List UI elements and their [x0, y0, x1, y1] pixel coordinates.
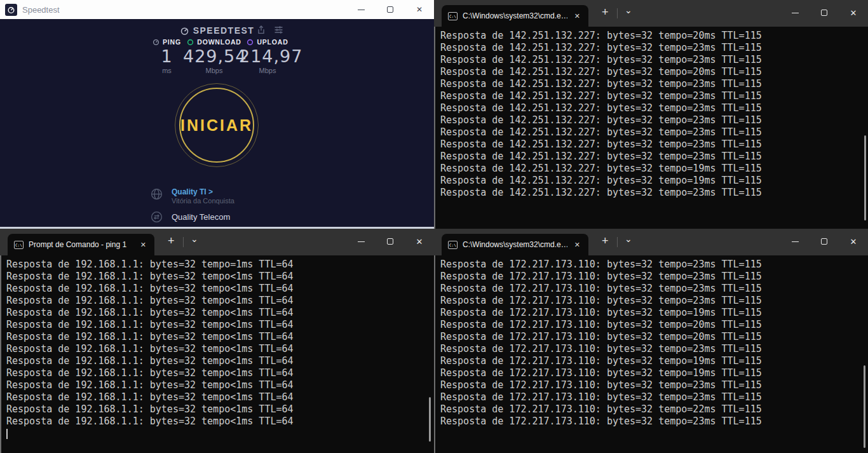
terminal-line: Resposta de 192.168.1.1: bytes=32 tempo<…	[6, 331, 434, 343]
window-controls: ✕	[780, 0, 868, 25]
upload-label: UPLOAD	[257, 38, 288, 46]
cmd-icon: C:\	[14, 241, 24, 249]
terminal-line: Resposta de 142.251.132.227: bytes=32 te…	[440, 42, 868, 54]
speedtest-logo-text: SPEEDTEST	[193, 25, 255, 36]
share-results-icon[interactable]	[256, 25, 266, 35]
terminal-line: Resposta de 142.251.132.227: bytes=32 te…	[440, 30, 868, 42]
terminal-line: Resposta de 142.251.132.227: bytes=32 te…	[440, 163, 868, 175]
start-test-label: INICIAR	[180, 116, 253, 135]
tab-title: Prompt de Comando - ping 1	[29, 240, 133, 249]
terminal-line: Resposta de 142.251.132.227: bytes=32 te…	[440, 66, 868, 78]
globe-icon	[150, 187, 163, 201]
speedtest-gauge-icon	[180, 26, 189, 36]
terminal-line: Resposta de 142.251.132.227: bytes=32 te…	[440, 151, 868, 163]
terminal-output[interactable]: Resposta de 142.251.132.227: bytes=32 te…	[434, 27, 868, 229]
upload-value: 214,97	[239, 48, 296, 65]
scrollbar-thumb[interactable]	[429, 397, 431, 442]
tab-close-icon[interactable]: ✕	[139, 240, 148, 250]
tab-title: C:\Windows\system32\cmd.e…	[463, 240, 567, 249]
minimize-button[interactable]	[780, 0, 810, 25]
terminal-line: Resposta de 192.168.1.1: bytes=32 tempo=…	[6, 259, 434, 271]
download-unit: Mbps	[183, 67, 245, 74]
terminal-line: Resposta de 172.217.173.110: bytes=32 te…	[440, 295, 868, 307]
speedtest-logo: SPEEDTEST	[0, 25, 434, 36]
terminal-line: Resposta de 192.168.1.1: bytes=32 tempo<…	[6, 403, 434, 416]
scrollbar-thumb[interactable]	[864, 365, 865, 448]
minimize-button[interactable]	[780, 229, 810, 254]
close-button[interactable]: ✕	[839, 0, 868, 25]
tab-cmd[interactable]: C:\ C:\Windows\system32\cmd.e… ✕	[442, 234, 588, 255]
close-button[interactable]: ✕	[405, 0, 434, 19]
scrollbar-thumb[interactable]	[864, 135, 866, 220]
terminal-line: Resposta de 142.251.132.227: bytes=32 te…	[440, 187, 868, 199]
terminal-line: Resposta de 172.217.173.110: bytes=32 te…	[440, 367, 868, 379]
terminal-window-bottom-left: C:\ Prompt de Comando - ping 1 ✕ + ⌄ ✕ R…	[0, 229, 434, 453]
minimize-button[interactable]	[346, 0, 376, 19]
close-button[interactable]: ✕	[839, 229, 868, 254]
divider	[617, 8, 618, 18]
terminal-line: Resposta de 142.251.132.227: bytes=32 te…	[440, 126, 868, 139]
upload-ring-icon	[247, 39, 254, 46]
terminal-line: Resposta de 192.168.1.1: bytes=32 tempo<…	[6, 355, 434, 367]
terminal-window-bottom-right: C:\ C:\Windows\system32\cmd.e… ✕ + ⌄ ✕ R…	[434, 229, 868, 453]
tab-cmd[interactable]: C:\ Prompt de Comando - ping 1 ✕	[8, 234, 154, 255]
tab-bar: C:\ C:\Windows\system32\cmd.e… ✕ + ⌄ ✕	[434, 229, 868, 255]
tab-dropdown-icon[interactable]: ⌄	[622, 234, 635, 244]
download-metric: DOWNLOAD 429,54 Mbps	[183, 38, 245, 74]
terminal-line: Resposta de 172.217.173.110: bytes=32 te…	[440, 331, 868, 343]
terminal-line: Resposta de 172.217.173.110: bytes=32 te…	[440, 271, 868, 283]
desktop: Speedtest ✕ SPEEDTEST	[0, 0, 868, 453]
tab-dropdown-icon[interactable]: ⌄	[622, 5, 635, 15]
speedtest-titlebar: Speedtest ✕	[0, 0, 434, 19]
terminal-line: Resposta de 142.251.132.227: bytes=32 te…	[440, 102, 868, 114]
terminal-line: Resposta de 192.168.1.1: bytes=32 tempo<…	[6, 283, 434, 295]
maximize-button[interactable]	[376, 0, 405, 19]
terminal-output[interactable]: Resposta de 192.168.1.1: bytes=32 tempo=…	[0, 255, 434, 453]
tab-dropdown-icon[interactable]: ⌄	[188, 234, 201, 244]
upload-metric: UPLOAD 214,97 Mbps	[239, 38, 296, 74]
terminal-line: Resposta de 172.217.173.110: bytes=32 te…	[440, 403, 868, 416]
terminal-line: Resposta de 192.168.1.1: bytes=32 tempo<…	[6, 319, 434, 331]
upload-unit: Mbps	[239, 67, 296, 74]
server-name[interactable]: Quality Telecom	[172, 212, 230, 222]
new-tab-button[interactable]: +	[165, 234, 177, 248]
maximize-button[interactable]	[376, 229, 405, 254]
tab-bar: C:\ Prompt de Comando - ping 1 ✕ + ⌄ ✕	[0, 229, 434, 255]
maximize-button[interactable]	[810, 229, 839, 254]
start-test-button[interactable]: INICIAR	[175, 83, 259, 167]
terminal-line: Resposta de 192.168.1.1: bytes=32 tempo<…	[6, 295, 434, 307]
tab-close-icon[interactable]: ✕	[573, 240, 582, 250]
divider	[183, 237, 184, 247]
download-ring-icon	[187, 39, 194, 46]
speedtest-app-icon	[5, 4, 17, 16]
download-label: DOWNLOAD	[197, 38, 241, 46]
terminal-output[interactable]: Resposta de 172.217.173.110: bytes=32 te…	[434, 255, 868, 453]
tab-close-icon[interactable]: ✕	[573, 11, 582, 22]
terminal-line: Resposta de 142.251.132.227: bytes=32 te…	[440, 139, 868, 151]
terminal-line: Resposta de 172.217.173.110: bytes=32 te…	[440, 379, 868, 391]
settings-sliders-icon[interactable]	[273, 25, 284, 35]
isp-location: Vitória da Conquista	[172, 197, 234, 205]
terminal-line: Resposta de 192.168.1.1: bytes=32 tempo<…	[6, 343, 434, 355]
maximize-button[interactable]	[810, 0, 839, 25]
terminal-line: Resposta de 172.217.173.110: bytes=32 te…	[440, 391, 868, 403]
window-controls: ✕	[780, 229, 868, 254]
terminal-line: Resposta de 142.251.132.227: bytes=32 te…	[440, 78, 868, 90]
cmd-icon: C:\	[448, 241, 458, 249]
close-button[interactable]: ✕	[405, 229, 434, 254]
cmd-icon: C:\	[448, 12, 458, 20]
tab-cmd[interactable]: C:\ C:\Windows\system32\cmd.e… ✕	[442, 5, 588, 27]
isp-link[interactable]: Quality TI >	[172, 187, 234, 196]
tab-bar: C:\ C:\Windows\system32\cmd.e… ✕ + ⌄ ✕	[434, 0, 868, 27]
terminal-line: Resposta de 172.217.173.110: bytes=32 te…	[440, 283, 868, 295]
change-server-icon	[150, 210, 163, 224]
new-tab-button[interactable]: +	[599, 234, 611, 248]
minimize-button[interactable]	[346, 229, 376, 254]
terminal-line: Resposta de 172.217.173.110: bytes=32 te…	[440, 319, 868, 331]
new-tab-button[interactable]: +	[599, 6, 611, 19]
terminal-line: Resposta de 192.168.1.1: bytes=32 tempo<…	[6, 367, 434, 379]
window-title: Speedtest	[22, 5, 60, 15]
terminal-line: Resposta de 142.251.132.227: bytes=32 te…	[440, 114, 868, 126]
terminal-line: Resposta de 142.251.132.227: bytes=32 te…	[440, 54, 868, 66]
tab-title: C:\Windows\system32\cmd.e…	[463, 11, 567, 20]
